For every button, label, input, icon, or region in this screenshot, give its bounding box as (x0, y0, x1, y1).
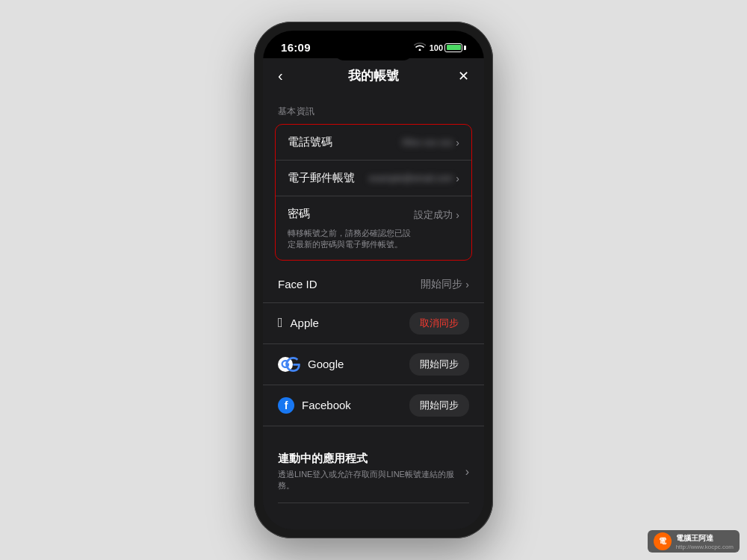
battery-text: 100 (430, 43, 443, 52)
connected-apps-title: 連動中的應用程式 (278, 452, 456, 466)
close-button[interactable]: ✕ (447, 68, 469, 84)
connected-apps-subtitle: 透過LINE登入或允許存取而與LINE帳號連結的服務。 (278, 469, 456, 492)
status-time: 16:09 (281, 41, 311, 54)
password-right: 設定成功 › (414, 208, 459, 222)
connected-apps-chevron: › (465, 465, 469, 479)
apple-sync-left:  Apple (278, 315, 319, 331)
facebook-name: Facebook (302, 399, 351, 411)
phone-number-row[interactable]: 電話號碼 09xx xxx xxx › (276, 125, 471, 160)
email-chevron: › (456, 172, 459, 184)
password-row[interactable]: 密碼 轉移帳號之前，請務必確認您已設定最新的密碼與電子郵件帳號。 設定成功 › (276, 196, 471, 260)
password-value: 設定成功 (414, 208, 453, 222)
connected-apps-row[interactable]: 連動中的應用程式 透過LINE登入或允許存取而與LINE帳號連結的服務。 › (278, 441, 469, 503)
apple-sync-button[interactable]: 取消同步 (409, 312, 469, 335)
connected-apps-text: 連動中的應用程式 透過LINE登入或允許存取而與LINE帳號連結的服務。 (278, 452, 465, 492)
phone-number-value: 09xx xxx xxx (402, 137, 453, 148)
phone-chevron: › (456, 137, 459, 149)
watermark-icon: 電 (659, 536, 666, 547)
password-left: 密碼 轉移帳號之前，請務必確認您已設定最新的密碼與電子郵件帳號。 (288, 207, 414, 251)
basic-info-label: 基本資訊 (263, 93, 484, 124)
google-sync-button[interactable]: 開始同步 (409, 353, 469, 376)
facebook-sync-left: f Facebook (278, 397, 351, 414)
phone-number-title: 電話號碼 (288, 135, 332, 149)
email-title: 電子郵件帳號 (288, 171, 355, 185)
password-subtitle: 轉移帳號之前，請務必確認您已設定最新的密碼與電子郵件帳號。 (288, 228, 414, 251)
email-value: example@email.com (369, 173, 453, 184)
face-id-value: 開始同步 (421, 278, 462, 291)
google-g-icon (285, 357, 300, 372)
content-area: 基本資訊 電話號碼 09xx xxx xxx › (263, 93, 484, 529)
battery-icon: 100 (430, 43, 466, 52)
password-chevron: › (456, 209, 459, 221)
face-id-row[interactable]: Face ID 開始同步 › (263, 267, 484, 303)
google-sync-left: Google (278, 357, 344, 372)
email-row[interactable]: 電子郵件帳號 example@email.com › (276, 160, 471, 196)
face-id-title: Face ID (278, 278, 317, 290)
basic-info-section: 電話號碼 09xx xxx xxx › 電子郵件帳號 examp (275, 124, 472, 261)
apple-name: Apple (291, 317, 319, 329)
facebook-sync-button[interactable]: 開始同步 (409, 394, 469, 417)
connected-apps-section[interactable]: 連動中的應用程式 透過LINE登入或允許存取而與LINE帳號連結的服務。 › (263, 426, 484, 503)
phone-number-left: 電話號碼 (288, 135, 332, 149)
face-id-chevron: › (465, 279, 469, 290)
facebook-icon: f (278, 397, 294, 414)
watermark: 電 電腦王阿達 http://www.kocpc.com (648, 530, 740, 553)
watermark-logo: 電 (654, 532, 672, 550)
google-sync-row[interactable]: Google 開始同步 (263, 344, 484, 385)
email-right: example@email.com › (369, 172, 459, 184)
apple-sync-row[interactable]:  Apple 取消同步 (263, 303, 484, 344)
google-name: Google (308, 358, 344, 370)
phone-number-right: 09xx xxx xxx › (402, 137, 459, 149)
nav-bar: ‹ 我的帳號 ✕ (263, 58, 484, 93)
password-title: 密碼 (288, 207, 414, 221)
back-button[interactable]: ‹ (278, 67, 300, 84)
watermark-text: 電腦王阿達 http://www.kocpc.com (676, 533, 734, 550)
facebook-sync-row[interactable]: f Facebook 開始同步 (263, 385, 484, 426)
email-left: 電子郵件帳號 (288, 171, 355, 185)
dynamic-island (332, 37, 415, 60)
wifi-icon (414, 42, 426, 53)
phone-device: 16:09 100 (254, 22, 493, 538)
face-id-right: 開始同步 › (421, 278, 469, 291)
apple-icon:  (278, 315, 283, 331)
page-title: 我的帳號 (348, 67, 399, 84)
